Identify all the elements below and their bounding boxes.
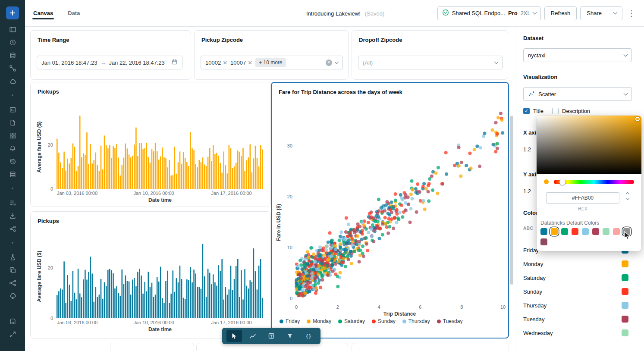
- hue-slider-handle[interactable]: [559, 179, 565, 185]
- tab-canvas[interactable]: Canvas: [32, 1, 54, 25]
- sidebar-item-alerts[interactable]: [5, 142, 20, 155]
- palette-swatch[interactable]: [592, 228, 599, 235]
- legend-item-friday[interactable]: Friday: [280, 318, 300, 324]
- share-dropdown-button[interactable]: [608, 6, 622, 20]
- chart-tool-button[interactable]: [245, 330, 261, 342]
- sidebar-item-sql-editor[interactable]: [5, 103, 20, 116]
- palette-swatch[interactable]: [572, 228, 578, 235]
- sidebar-item-marketplace[interactable]: [5, 315, 20, 328]
- sidebar-item-experiments[interactable]: [5, 251, 20, 263]
- zipcode-chip[interactable]: 10002✕: [205, 60, 227, 66]
- sidebar-item-catalog[interactable]: [5, 49, 20, 62]
- sidebar-item-query-history[interactable]: [5, 155, 20, 168]
- sidebar-item-models[interactable]: [5, 276, 20, 289]
- description-checkbox[interactable]: [552, 108, 559, 114]
- legend-item-tuesday[interactable]: Tuesday: [437, 318, 463, 324]
- dropoff-zipcode-input[interactable]: (All): [358, 56, 503, 69]
- warehouse-status-icon: [442, 9, 449, 17]
- sidebar-item-recents[interactable]: [5, 36, 20, 49]
- sidebar-item-partner-connect[interactable]: [5, 328, 20, 341]
- hex-stepper[interactable]: [626, 193, 629, 200]
- sidebar-item-dashboards[interactable]: [5, 129, 20, 142]
- vertical-scrollbar[interactable]: [510, 116, 513, 285]
- series-color-swatch[interactable]: [622, 260, 628, 267]
- widget-dropoff-zipcode[interactable]: Dropoff Zipcode (All): [352, 30, 508, 80]
- dataset-select[interactable]: nyctaxi: [523, 48, 632, 62]
- cursor-tool-button[interactable]: [226, 330, 242, 342]
- widget-scatter[interactable]: 0102030Fare in USD ($)0246810Trip Distan…: [271, 82, 509, 338]
- svg-text:0: 0: [290, 296, 292, 301]
- time-range-end[interactable]: Jan 22, 2016 18:47:23: [109, 60, 164, 66]
- stepper-up-icon[interactable]: [626, 192, 629, 196]
- palette-swatch[interactable]: [582, 228, 589, 235]
- sidebar-item-workflows[interactable]: [5, 62, 20, 75]
- palette-swatch[interactable]: [561, 228, 568, 235]
- legend-color-dot: [372, 320, 376, 323]
- series-color-swatch[interactable]: [622, 288, 628, 295]
- widget-pickup-zipcode[interactable]: Pickup Zipcode 10002✕10007✕+ 10 more ✕: [194, 30, 349, 80]
- sidebar-item-compute[interactable]: [5, 75, 20, 88]
- sidebar-item-feature-store[interactable]: [5, 263, 20, 276]
- new-button[interactable]: [6, 6, 19, 19]
- clear-filter-icon[interactable]: ✕: [326, 60, 332, 66]
- series-color-row-thursday: Thursday: [516, 298, 644, 312]
- pickup-zipcode-input[interactable]: 10002✕10007✕+ 10 more ✕: [201, 56, 343, 69]
- calendar-icon[interactable]: [171, 59, 178, 66]
- palette-title: Databricks Default Colors: [540, 220, 599, 226]
- more-values-badge[interactable]: + 10 more: [255, 58, 286, 67]
- legend-item-saturday[interactable]: Saturday: [338, 318, 365, 324]
- filter-tool-button[interactable]: [282, 330, 298, 342]
- share-button[interactable]: Share: [580, 6, 608, 20]
- zipcode-chip[interactable]: 10007✕: [230, 60, 252, 66]
- widget-time-range[interactable]: Time Range Jan 01, 2016 18:47:23 → Jan 2…: [30, 30, 191, 80]
- text-tool-button[interactable]: [264, 330, 279, 342]
- legend-item-sunday[interactable]: Sunday: [372, 318, 396, 324]
- palette-swatch[interactable]: [540, 238, 547, 245]
- remove-chip-icon[interactable]: ✕: [223, 60, 227, 66]
- palette-swatch[interactable]: [623, 228, 630, 235]
- sidebar-item-queries[interactable]: [5, 116, 20, 129]
- code-tool-button[interactable]: { }: [301, 330, 316, 342]
- scatter-chart: 0102030Fare in USD ($)0246810Trip Distan…: [272, 83, 508, 338]
- series-color-swatch[interactable]: [622, 329, 628, 336]
- svg-text:Fare in USD ($): Fare in USD ($): [276, 204, 282, 241]
- time-range-start[interactable]: Jan 01, 2016 18:47:23: [41, 60, 97, 66]
- saturation-value-area[interactable]: [537, 116, 641, 174]
- visualization-select[interactable]: Scatter: [523, 87, 632, 101]
- remove-chip-icon[interactable]: ✕: [248, 60, 252, 66]
- sidebar-item-data-ingestion[interactable]: [5, 209, 20, 222]
- svg-text:Average fare USD ($): Average fare USD ($): [36, 122, 42, 173]
- document-title: Introducing Lakeview!: [306, 10, 361, 17]
- palette-swatch[interactable]: [540, 228, 547, 235]
- sidebar-item-workspace[interactable]: [5, 23, 20, 36]
- tab-data-label: Data: [68, 10, 80, 16]
- topbar: Canvas Data Introducing Lakeview! (Saved…: [25, 0, 644, 27]
- refresh-button[interactable]: Refresh: [544, 6, 577, 20]
- legend-item-thursday[interactable]: Thursday: [402, 318, 430, 324]
- sidebar-item-sql-warehouses[interactable]: [5, 168, 20, 181]
- widget-pickups-bottom[interactable]: 020Average fare USD ($)Jan 03, 2016 00:0…: [30, 211, 271, 338]
- sidebar-item-pipelines[interactable]: [5, 222, 20, 235]
- tab-data[interactable]: Data: [67, 1, 81, 25]
- series-color-swatch[interactable]: [622, 302, 628, 309]
- legend-color-dot: [402, 320, 406, 323]
- more-menu-button[interactable]: ⋮: [626, 9, 637, 18]
- hex-input[interactable]: [546, 192, 619, 204]
- save-status: (Saved): [365, 10, 385, 17]
- hue-slider[interactable]: [554, 180, 634, 184]
- palette-swatch[interactable]: [551, 228, 558, 235]
- svg-text:4: 4: [378, 304, 380, 310]
- sidebar-item-job-runs[interactable]: [5, 196, 20, 209]
- widget-pickups-top[interactable]: 020Average fare USD ($)Jan 03, 2016 00:0…: [30, 82, 271, 207]
- legend-item-monday[interactable]: Monday: [307, 318, 331, 324]
- palette-swatch[interactable]: [613, 228, 620, 235]
- sidebar-item-serving[interactable]: [5, 289, 20, 302]
- title-checkbox[interactable]: ✓: [523, 108, 530, 114]
- time-range-input[interactable]: Jan 01, 2016 18:47:23 → Jan 22, 2016 18:…: [37, 56, 182, 69]
- palette-swatch[interactable]: [603, 228, 609, 235]
- series-color-swatch[interactable]: [622, 274, 628, 281]
- saturation-value-handle[interactable]: [635, 117, 640, 121]
- series-color-swatch[interactable]: [622, 316, 628, 323]
- stepper-down-icon[interactable]: [626, 197, 629, 200]
- warehouse-selector[interactable]: Shared SQL Endpo... Pro 2XL: [437, 6, 541, 20]
